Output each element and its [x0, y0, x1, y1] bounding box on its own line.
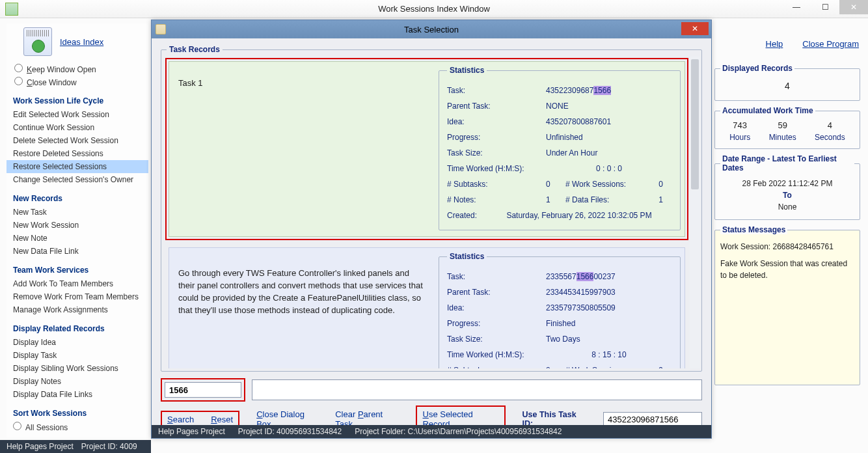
- nav-restore-deleted[interactable]: Restore Deleted Sessions: [7, 147, 148, 160]
- records-scrollbar[interactable]: [690, 57, 700, 368]
- stat-parent: NONE: [546, 102, 672, 111]
- stat-progress: Finished: [546, 319, 672, 328]
- window-title: Work Sessions Index Window: [0, 4, 868, 14]
- stat-task-id: 2335567156600237: [546, 272, 672, 281]
- task-record-selected[interactable]: Task 1 Statistics Task:435223096871566 P…: [165, 58, 688, 240]
- search-input[interactable]: [165, 382, 241, 398]
- acc-mins: 59: [769, 120, 796, 130]
- status-legend: Status Messages: [720, 225, 787, 234]
- stat-idea: 435207800887601: [546, 117, 672, 126]
- nav-new-note[interactable]: New Note: [7, 232, 148, 245]
- nav-restore-selected[interactable]: Restore Selected Sessions: [7, 160, 148, 173]
- displayed-records-value: 4: [720, 78, 854, 94]
- sort-all-radio[interactable]: All Sessions: [7, 420, 148, 433]
- search-button[interactable]: Search: [167, 415, 194, 424]
- record-description: Go through every TWS Feature Controller'…: [169, 248, 435, 368]
- status-left-pid: Project ID: 4009: [81, 442, 137, 451]
- task-id-input[interactable]: [603, 412, 702, 426]
- nav-disp-idea[interactable]: Display Idea: [7, 336, 148, 349]
- results-field[interactable]: [252, 379, 702, 400]
- stat-time: 8 : 15 : 10: [546, 350, 672, 359]
- help-menu[interactable]: Help: [766, 39, 783, 49]
- nav-team-add[interactable]: Add Work To Team Members: [7, 277, 148, 290]
- date-latest: 28 Feb 2022 11:12:42 PM: [720, 178, 854, 189]
- acc-hours: 743: [729, 120, 750, 130]
- nav-new-ws[interactable]: New Work Session: [7, 219, 148, 232]
- task-selection-dialog: Task Selection ✕ Task Records Task 1 Sta…: [151, 20, 712, 439]
- stat-size: Two Days: [546, 335, 672, 344]
- reset-button[interactable]: Reset: [211, 415, 233, 424]
- stat-parent: 2334453415997903: [546, 288, 672, 297]
- acc-secs: 4: [815, 120, 845, 130]
- nav-team-manage[interactable]: Manage Work Assignments: [7, 303, 148, 316]
- section-new-records: New Records: [7, 186, 148, 206]
- calendar-icon: [23, 27, 52, 56]
- stat-time: 0 : 0 : 0: [546, 164, 672, 173]
- nav-new-dfl[interactable]: New Data File Link: [7, 245, 148, 258]
- dialog-title: Task Selection: [152, 25, 711, 34]
- stat-idea: 2335797350805509: [546, 303, 672, 312]
- date-earliest: None: [720, 201, 854, 213]
- status-left-project: Help Pages Project: [7, 442, 74, 451]
- nav-disp-task[interactable]: Display Task: [7, 349, 148, 362]
- nav-team-remove[interactable]: Remove Work From Team Members: [7, 290, 148, 303]
- status-folder: Project Folder: C:\Users\Darren\Projects…: [355, 427, 562, 436]
- close-window-radio[interactable]: Close Window: [7, 76, 148, 89]
- nav-disp-notes[interactable]: Display Notes: [7, 375, 148, 388]
- minimize-button[interactable]: —: [782, 0, 811, 14]
- info-panel: Displayed Records 4 Accumulated Work Tim…: [714, 64, 860, 391]
- stat-progress: Unfinished: [546, 133, 672, 142]
- displayed-records-legend: Displayed Records: [720, 64, 794, 73]
- section-sort: Sort Work Sessions: [7, 401, 148, 420]
- nav-edit-ws[interactable]: Edit Selected Work Session: [7, 108, 148, 121]
- status-pid: Project ID: 400956931534842: [238, 427, 342, 436]
- task-record[interactable]: Go through every TWS Feature Controller'…: [165, 244, 688, 368]
- status-messages: Work Session: 26688428465761 Fake Work S…: [720, 240, 854, 370]
- keep-window-open-radio[interactable]: Keep Window Open: [7, 62, 148, 76]
- status-project: Help Pages Project: [158, 427, 225, 436]
- section-team: Team Work Services: [7, 258, 148, 277]
- titlebar: Work Sessions Index Window — ☐ ✕: [0, 0, 868, 18]
- record-description: Task 1: [169, 62, 435, 236]
- close-button[interactable]: ✕: [839, 0, 868, 14]
- sidebar: Ideas Index Keep Window Open Close Windo…: [7, 23, 148, 437]
- stat-size: Under An Hour: [546, 148, 672, 158]
- stat-created: Saturday, February 26, 2022 10:32:05 PM: [486, 211, 672, 220]
- nav-continue-ws[interactable]: Continue Work Session: [7, 121, 148, 134]
- date-range-legend: Date Range - Latest To Earliest Dates: [720, 154, 854, 172]
- nav-disp-sib[interactable]: Display Sibling Work Sessions: [7, 362, 148, 375]
- accumulated-legend: Accumulated Work Time: [720, 106, 815, 115]
- section-display: Display Related Records: [7, 316, 148, 336]
- nav-delete-ws[interactable]: Delete Selected Work Session: [7, 134, 148, 147]
- close-program-menu[interactable]: Close Program: [802, 39, 859, 49]
- stat-task-id: 435223096871566: [546, 86, 672, 95]
- maximize-button[interactable]: ☐: [811, 0, 839, 14]
- nav-new-task[interactable]: New Task: [7, 206, 148, 219]
- dialog-close-button[interactable]: ✕: [681, 22, 709, 35]
- task-records-legend: Task Records: [167, 45, 223, 54]
- nav-change-owner[interactable]: Change Selected Session's Owner: [7, 173, 148, 186]
- ideas-index-link[interactable]: Ideas Index: [60, 37, 103, 47]
- nav-disp-dfl[interactable]: Display Data File Links: [7, 388, 148, 401]
- section-life-cycle: Work Session Life Cycle: [7, 89, 148, 108]
